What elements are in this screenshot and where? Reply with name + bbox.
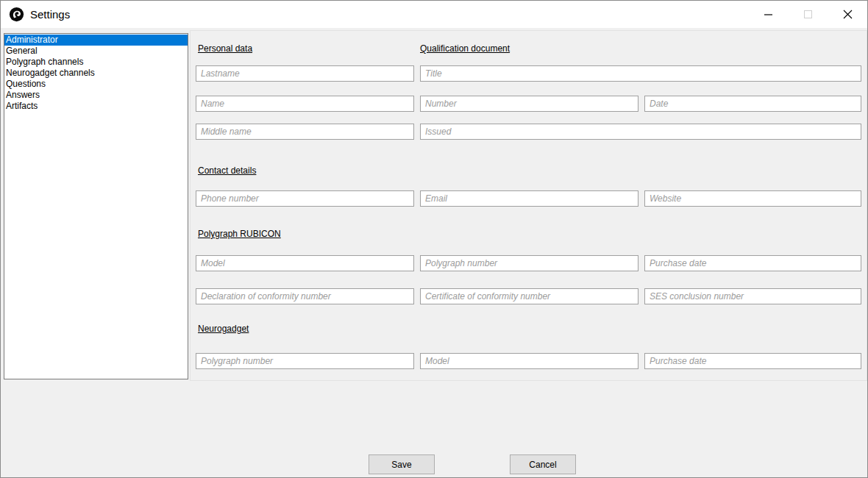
contact-details-heading: Contact details — [198, 165, 256, 176]
sidebar-item-administrator[interactable]: Administrator — [4, 35, 188, 46]
settings-category-list: Administrator General Polygraph channels… — [4, 33, 188, 379]
sidebar-item-answers[interactable]: Answers — [4, 90, 188, 101]
ses-conclusion-number-input[interactable] — [644, 288, 861, 304]
phone-number-input[interactable] — [196, 190, 414, 207]
save-button[interactable]: Save — [369, 454, 435, 474]
qualification-date-input[interactable] — [644, 96, 861, 112]
window-title: Settings — [30, 8, 70, 21]
cancel-button[interactable]: Cancel — [510, 454, 576, 474]
app-logo-icon — [9, 7, 24, 22]
close-button[interactable] — [828, 1, 867, 28]
neurogadget-purchase-date-input[interactable] — [644, 353, 861, 369]
title-bar: Settings — [1, 1, 867, 28]
sidebar-item-general[interactable]: General — [4, 46, 188, 57]
certificate-conformity-number-input[interactable] — [420, 288, 638, 304]
polygraph-rubicon-heading: Polygraph RUBICON — [198, 229, 281, 239]
neurogadget-model-input[interactable] — [420, 353, 638, 369]
declaration-conformity-number-input[interactable] — [196, 288, 414, 304]
minimize-icon — [764, 14, 772, 15]
maximize-icon — [804, 10, 812, 18]
personal-data-heading: Personal data — [198, 43, 252, 54]
sidebar-item-artifacts[interactable]: Artifacts — [4, 101, 188, 112]
qualification-issued-input[interactable] — [420, 124, 861, 140]
sidebar-item-questions[interactable]: Questions — [4, 79, 188, 90]
qualification-document-heading: Qualification document — [420, 43, 510, 54]
sidebar-item-neurogadget-channels[interactable]: Neurogadget channels — [4, 68, 188, 79]
neurogadget-heading: Neurogadget — [198, 324, 249, 334]
email-input[interactable] — [420, 190, 638, 207]
window-controls — [748, 1, 867, 28]
minimize-button[interactable] — [748, 1, 788, 28]
website-input[interactable] — [644, 190, 861, 207]
qualification-number-input[interactable] — [420, 96, 638, 112]
sidebar-item-polygraph-channels[interactable]: Polygraph channels — [4, 57, 188, 68]
rubicon-polygraph-number-input[interactable] — [420, 255, 638, 271]
maximize-button[interactable] — [788, 1, 828, 28]
close-icon — [843, 10, 853, 19]
settings-window: Settings Administrator General Polygraph… — [0, 0, 868, 478]
rubicon-purchase-date-input[interactable] — [644, 255, 861, 271]
rubicon-model-input[interactable] — [196, 255, 414, 271]
middle-name-input[interactable] — [196, 124, 414, 140]
name-input[interactable] — [196, 96, 414, 112]
neurogadget-polygraph-number-input[interactable] — [196, 353, 414, 369]
lastname-input[interactable] — [196, 65, 414, 82]
qualification-title-input[interactable] — [420, 65, 861, 82]
